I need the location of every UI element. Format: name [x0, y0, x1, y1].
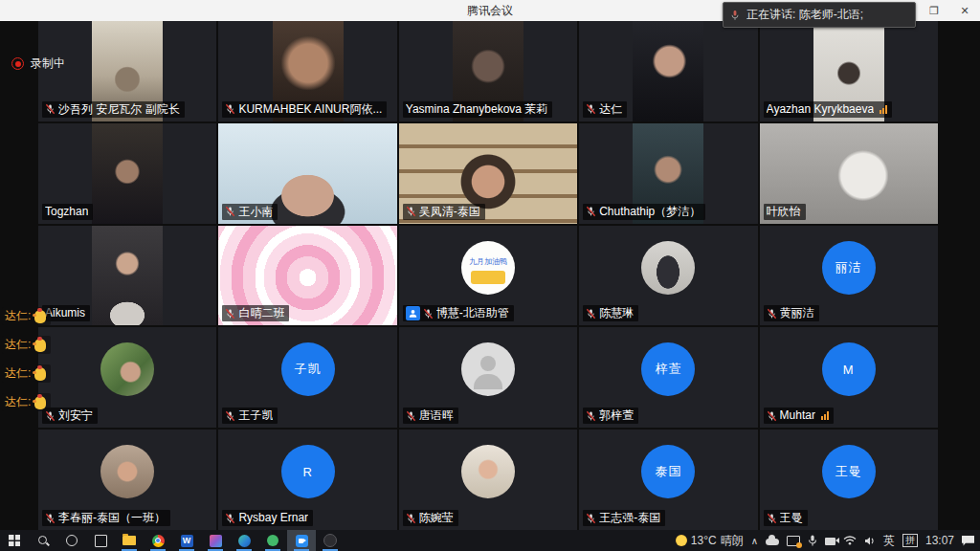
wifi-icon[interactable] — [843, 536, 857, 545]
participant-tile[interactable]: 九月加油鸭博慧-北语助管 — [399, 226, 577, 326]
participant-tile[interactable]: Yasmina Zhanybekova 茉莉 — [399, 21, 577, 121]
screen-share-icon[interactable] — [787, 536, 800, 546]
muted-mic-icon — [767, 513, 777, 524]
chat-sender: 达仁: — [5, 365, 31, 382]
participant-tile[interactable]: 刘安宁 — [38, 327, 216, 428]
participant-name-label: 博慧-北语助管 — [403, 305, 514, 321]
word-button[interactable] — [172, 530, 201, 551]
dark-app-icon — [323, 534, 337, 547]
taskbar-apps — [0, 530, 345, 551]
video-grid: 沙吾列 安尼瓦尔 副院长KURMAHBEK AINUR阿依...Yasmina … — [38, 21, 938, 530]
participant-avatar: R — [281, 445, 335, 498]
participant-tile[interactable]: 泰国王志强-泰国 — [579, 430, 757, 530]
participant-name: 达仁 — [599, 101, 622, 118]
participant-tile[interactable]: Chuthathip（梦洁） — [579, 123, 757, 224]
photos-button[interactable] — [201, 530, 230, 551]
hidden-icons-chevron[interactable]: ∧ — [751, 536, 758, 546]
task-view-button[interactable] — [86, 530, 115, 551]
participant-name: 王子凯 — [238, 408, 273, 424]
maximize-button[interactable]: ❐ — [919, 0, 949, 21]
duck-emoji — [34, 396, 46, 409]
search-button[interactable] — [29, 530, 57, 551]
cortana-button[interactable] — [57, 530, 86, 551]
participant-tile[interactable]: Aikumis — [38, 226, 216, 326]
muted-mic-icon — [225, 513, 235, 524]
weather-temp: 13°C — [691, 534, 717, 547]
participant-tile[interactable]: 白晴二班 — [218, 226, 396, 326]
participant-avatar — [641, 241, 695, 295]
participant-name: 郭梓萱 — [599, 408, 634, 424]
tray-mic-icon[interactable] — [808, 535, 817, 546]
participant-name: 王曼 — [780, 510, 803, 526]
participant-tile[interactable]: KURMAHBEK AINUR阿依... — [218, 21, 396, 121]
action-center-icon[interactable] — [962, 536, 974, 546]
dark-app-button[interactable] — [316, 530, 345, 551]
participant-tile[interactable]: 王曼王曼 — [760, 430, 938, 530]
clock[interactable]: 13:07 — [925, 534, 954, 547]
participant-name: 沙吾列 安尼瓦尔 副院长 — [58, 101, 180, 118]
start-button[interactable] — [0, 530, 29, 551]
participant-tile[interactable]: Ayazhan Kyrykbaeva — [760, 21, 938, 121]
participant-tile[interactable]: 梓萱郭梓萱 — [579, 327, 757, 428]
close-button[interactable]: ✕ — [949, 0, 980, 21]
signal-strength-icon — [820, 411, 829, 420]
language-indicator[interactable]: 英 — [883, 533, 895, 549]
participant-name: Yasmina Zhanybekova 茉莉 — [406, 101, 548, 118]
participant-video — [92, 226, 163, 326]
participant-name-label: 黄丽洁 — [764, 305, 819, 321]
participant-tile[interactable]: 叶欣怡 — [760, 123, 938, 224]
tencent-meeting-window: 腾讯会议 — ❐ ✕ 正在讲话: 陈老师-北语; 沙吾列 安尼瓦尔 副院长KUR… — [0, 0, 980, 551]
muted-mic-icon — [767, 308, 777, 320]
participant-name: Chuthathip（梦洁） — [599, 204, 701, 220]
participant-tile[interactable]: RRysbay Ernar — [218, 430, 396, 530]
muted-mic-icon — [225, 103, 235, 115]
muted-mic-icon — [423, 308, 434, 320]
search-icon — [37, 535, 50, 547]
cloud-sync-icon[interactable] — [766, 539, 779, 545]
participant-tile[interactable]: 丽洁黄丽洁 — [760, 226, 938, 326]
chat-message: 达仁: — [2, 307, 51, 325]
participant-name: Togzhan — [45, 204, 88, 220]
tencent-meeting-icon — [296, 535, 308, 547]
participant-name-label: 叶欣怡 — [764, 204, 806, 220]
tray-camera-icon[interactable] — [825, 538, 835, 545]
participant-name-label: Rysbay Ernar — [222, 510, 313, 526]
participant-name-label: 王曼 — [764, 510, 808, 526]
tencent-meeting-button[interactable] — [287, 530, 316, 551]
edge-button[interactable] — [230, 530, 258, 551]
participant-tile[interactable]: 李春丽-泰国（一班） — [38, 430, 216, 530]
chrome-button[interactable] — [144, 530, 172, 551]
recording-indicator: 录制中 — [11, 55, 65, 72]
participant-tile[interactable]: 子凯王子凯 — [218, 327, 396, 428]
file-explorer-button[interactable] — [115, 530, 144, 551]
ime-indicator[interactable]: 拼 — [902, 534, 918, 547]
participant-tile[interactable]: 达仁 — [579, 21, 757, 121]
duck-illustration — [471, 271, 505, 284]
active-speaker-banner[interactable]: 正在讲话: 陈老师-北语; — [723, 2, 916, 28]
duck-emoji — [34, 310, 46, 323]
participant-tile[interactable]: 吴凤清-泰国 — [399, 123, 577, 224]
participant-name-label: 王志强-泰国 — [583, 510, 665, 526]
participant-tile[interactable]: 陈慧琳 — [579, 226, 757, 326]
participant-name: 唐语晖 — [419, 408, 454, 424]
participant-tile[interactable]: MMuhtar — [760, 327, 938, 428]
participant-tile[interactable]: 王小南 — [218, 123, 396, 224]
muted-mic-icon — [225, 410, 235, 422]
participant-name-label: 李春丽-泰国（一班） — [42, 510, 170, 526]
green-app-button[interactable] — [258, 530, 287, 551]
volume-icon[interactable] — [864, 536, 876, 546]
muted-mic-icon — [225, 206, 235, 217]
muted-mic-icon — [45, 513, 56, 524]
participant-tile[interactable]: 唐语晖 — [399, 327, 577, 428]
participant-tile[interactable]: Togzhan — [38, 123, 216, 224]
file-explorer-icon — [122, 536, 136, 545]
participant-avatar — [100, 445, 154, 498]
participant-avatar: 九月加油鸭 — [461, 241, 515, 295]
edge-icon — [238, 535, 251, 547]
cortana-icon — [66, 535, 78, 546]
weather-widget[interactable]: 13°C 晴朗 — [676, 533, 744, 549]
participant-tile[interactable]: 陈婉莹 — [399, 430, 577, 530]
participant-name-label: 白晴二班 — [222, 305, 289, 321]
participant-name: 白晴二班 — [238, 305, 284, 321]
system-tray: 13°C 晴朗 ∧ 英 拼 13:07 — [676, 533, 980, 549]
